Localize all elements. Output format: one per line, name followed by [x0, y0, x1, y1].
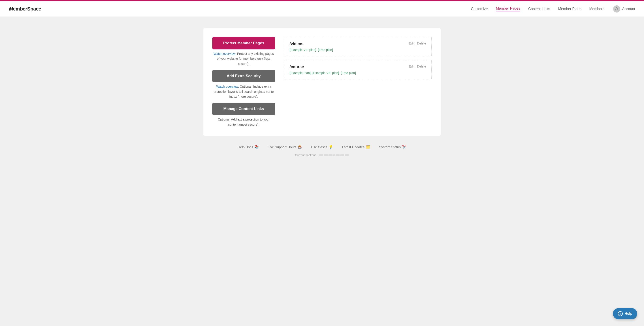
latest-updates-emoji: 🗂️ [366, 145, 370, 149]
edit-course-link[interactable]: Edit [409, 65, 414, 68]
nav-member-plans[interactable]: Member Plans [558, 7, 581, 11]
logo[interactable]: MemberSpace [9, 6, 41, 12]
plan-tag-free: [Free plan] [318, 48, 333, 52]
edit-videos-link[interactable]: Edit [409, 41, 414, 45]
backend-bar [319, 154, 349, 156]
main-content: Protect Member Pages Watch overview. Pro… [199, 28, 445, 170]
page-actions-videos: Edit Delete [409, 41, 426, 45]
system-status-label: System Status [379, 145, 401, 149]
footer-use-cases[interactable]: Use Cases 💡 [311, 145, 333, 149]
use-cases-label: Use Cases [311, 145, 327, 149]
help-button[interactable]: ? Help [613, 308, 637, 319]
footer-links: Help Docs 📚 Live Support Hours 🎰 Use Cas… [204, 145, 440, 149]
latest-updates-label: Latest Updates [342, 145, 364, 149]
footer-live-support[interactable]: Live Support Hours 🎰 [268, 145, 302, 149]
footer: Help Docs 📚 Live Support Hours 🎰 Use Cas… [204, 145, 440, 170]
live-support-label: Live Support Hours [268, 145, 296, 149]
live-support-emoji: 🎰 [298, 145, 302, 149]
footer-latest-updates[interactable]: Latest Updates 🗂️ [342, 145, 370, 149]
add-extra-security-button[interactable]: Add Extra Security [212, 70, 275, 82]
nav-members[interactable]: Members [590, 7, 604, 11]
backend-dot-1 [319, 154, 323, 156]
current-backend: Current backend: [204, 153, 440, 157]
account-label: Account [622, 7, 635, 11]
header: MemberSpace Customize Member Pages Conte… [0, 1, 644, 17]
plan-tag-vip: [Example VIP plan] [290, 48, 316, 52]
nav-content-links[interactable]: Content Links [528, 7, 550, 11]
backend-dot-4 [333, 154, 335, 156]
plan-tags-course: [Example Plan] [Example VIP plan] [Free … [290, 71, 356, 75]
page-actions-course: Edit Delete [409, 65, 426, 68]
extra-security-section: Add Extra Security Watch overview. Optio… [212, 70, 275, 99]
footer-system-status[interactable]: System Status ✂️ [379, 145, 406, 149]
help-docs-emoji: 📚 [254, 145, 259, 149]
manage-content-links-button[interactable]: Manage Content Links [212, 103, 275, 115]
backend-dot-3 [328, 154, 332, 156]
page-item-course: /course [Example Plan] [Example VIP plan… [284, 60, 432, 79]
page-item-left-videos: /videos [Example VIP plan] [Free plan] [290, 41, 333, 52]
content-links-section: Manage Content Links Optional: Add extra… [212, 103, 275, 127]
help-button-label: Help [624, 312, 632, 316]
content-card: Protect Member Pages Watch overview. Pro… [204, 28, 440, 136]
delete-course-link[interactable]: Delete [417, 65, 426, 68]
protect-watch-overview-link[interactable]: Watch overview [214, 52, 236, 55]
backend-dot-7 [345, 154, 349, 156]
pages-list: /videos [Example VIP plan] [Free plan] E… [284, 37, 432, 127]
left-sidebar: Protect Member Pages Watch overview. Pro… [212, 37, 275, 127]
plan-tags-videos: [Example VIP plan] [Free plan] [290, 48, 333, 52]
content-most-secure: (most secure) [239, 123, 258, 126]
account-button[interactable]: Account [613, 5, 635, 12]
content-links-description: Optional: Add extra protection to your c… [212, 117, 275, 127]
extra-security-description: Watch overview. Optional: Include extra … [212, 84, 275, 99]
backend-label: Current backend: [295, 153, 317, 157]
help-button-icon: ? [618, 311, 623, 316]
page-item-left-course: /course [Example Plan] [Example VIP plan… [290, 65, 356, 75]
svg-point-0 [616, 7, 618, 9]
account-icon [613, 5, 620, 12]
use-cases-emoji: 💡 [329, 145, 333, 149]
main-nav: Customize Member Pages Content Links Mem… [471, 6, 604, 11]
protect-description: Watch overview. Protect any existing pag… [212, 51, 275, 66]
backend-dot-2 [324, 154, 328, 156]
protect-section: Protect Member Pages Watch overview. Pro… [212, 37, 275, 66]
help-docs-label: Help Docs [238, 145, 253, 149]
footer-help-docs[interactable]: Help Docs 📚 [238, 145, 259, 149]
system-status-emoji: ✂️ [402, 145, 406, 149]
page-item-videos: /videos [Example VIP plan] [Free plan] E… [284, 37, 432, 56]
nav-member-pages[interactable]: Member Pages [496, 6, 520, 11]
delete-videos-link[interactable]: Delete [417, 41, 426, 45]
plan-tag-free-course: [Free plan] [341, 71, 356, 75]
extra-watch-overview-link[interactable]: Watch overview [216, 85, 238, 88]
plan-tag-vip-course: [Example VIP plan] [312, 71, 339, 75]
page-path-course: /course [290, 65, 356, 69]
plan-tag-example: [Example Plan] [290, 71, 310, 75]
backend-dot-5 [336, 154, 340, 156]
extra-more-secure: (more secure) [238, 95, 257, 98]
page-path-videos: /videos [290, 41, 333, 46]
nav-customize[interactable]: Customize [471, 7, 488, 11]
backend-dot-6 [340, 154, 344, 156]
protect-member-pages-button[interactable]: Protect Member Pages [212, 37, 275, 49]
